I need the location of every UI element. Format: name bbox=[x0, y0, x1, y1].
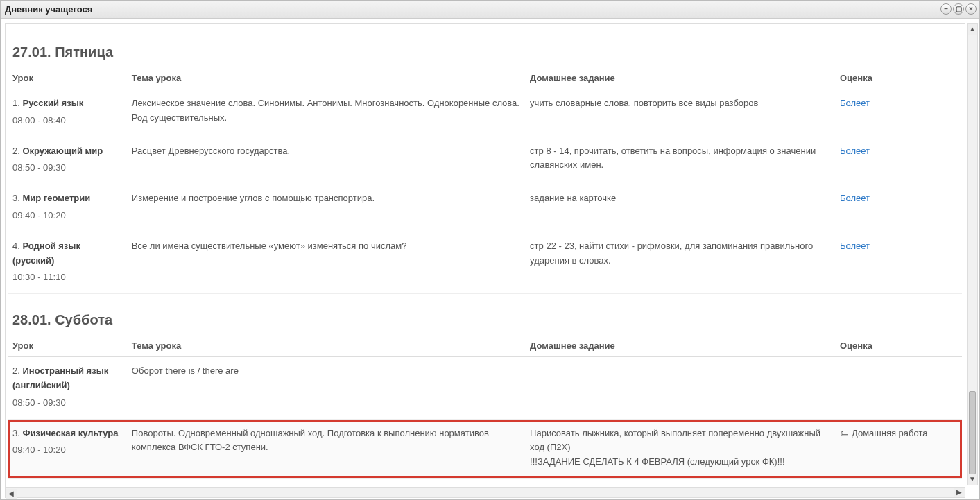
table-row: 3. Физическая культура09:40 - 10:20Повор… bbox=[8, 419, 962, 478]
homework-cell: Нарисовать лыжника, который выполняет по… bbox=[526, 419, 836, 478]
table-header-row: УрокТема урокаДомашнее заданиеОценка bbox=[8, 67, 962, 89]
lesson-name: Иностранный язык (английский) bbox=[12, 365, 108, 390]
lesson-time: 08:50 - 09:30 bbox=[12, 396, 123, 411]
topic-cell: Все ли имена существительные «умеют» изм… bbox=[128, 232, 526, 293]
diary-table: УрокТема урокаДомашнее заданиеОценка2. И… bbox=[8, 335, 962, 495]
col-header-lesson: Урок bbox=[8, 67, 128, 89]
lesson-number: 2. bbox=[12, 365, 22, 376]
grade-cell: 🏷Домашняя работа bbox=[836, 419, 962, 478]
lesson-cell: 2. Иностранный язык (английский)08:50 - … bbox=[8, 357, 128, 419]
lesson-name: Физическая культура bbox=[22, 428, 118, 438]
scroll-area[interactable]: 27.01. ПятницаУрокТема урокаДомашнее зад… bbox=[5, 23, 965, 495]
col-header-homework: Домашнее задание bbox=[526, 335, 836, 357]
lesson-time: 08:00 - 08:40 bbox=[12, 114, 123, 128]
window-titlebar: Дневник учащегося – ▢ × bbox=[1, 1, 979, 19]
tag-icon: 🏷 bbox=[840, 426, 849, 441]
topic-cell: Лексическое значение слова. Синонимы. Ан… bbox=[128, 89, 526, 137]
grade-link[interactable]: Болеет bbox=[840, 193, 870, 203]
vertical-scrollbar[interactable]: ▲ ▼ bbox=[967, 23, 978, 485]
table-header-row: УрокТема урокаДомашнее заданиеОценка bbox=[8, 335, 962, 357]
horizontal-scrollbar[interactable]: ◀ ▶ bbox=[5, 487, 965, 498]
homework-cell bbox=[526, 357, 836, 419]
grade-link[interactable]: Болеет bbox=[840, 241, 870, 251]
homework-cell: стр 8 - 14, прочитать, ответить на вопро… bbox=[526, 137, 836, 184]
lesson-cell: 2. Окружающий мир08:50 - 09:30 bbox=[8, 137, 128, 184]
vertical-scroll-thumb[interactable] bbox=[969, 391, 976, 474]
diary-window: Дневник учащегося – ▢ × 27.01. ПятницаУр… bbox=[0, 0, 980, 500]
lesson-name: Окружающий мир bbox=[22, 146, 103, 156]
scroll-up-icon[interactable]: ▲ bbox=[968, 24, 977, 35]
lesson-name: Русский язык bbox=[22, 98, 83, 108]
table-row: 1. Русский язык08:00 - 08:40Лексическое … bbox=[8, 89, 962, 137]
grade-cell: Болеет bbox=[836, 89, 962, 137]
table-row: 4. Родной язык (русский)10:30 - 11:10Все… bbox=[8, 232, 962, 293]
lesson-cell: 1. Русский язык08:00 - 08:40 bbox=[8, 89, 128, 137]
lesson-number: 2. bbox=[12, 146, 22, 156]
col-header-topic: Тема урока bbox=[128, 335, 526, 357]
grade-link[interactable]: Болеет bbox=[840, 146, 870, 156]
day-header: 27.01. Пятница bbox=[8, 26, 962, 67]
lesson-time: 10:30 - 11:10 bbox=[12, 270, 123, 285]
topic-cell: Повороты. Одновременный одношажный ход. … bbox=[128, 419, 526, 478]
lesson-number: 3. bbox=[12, 193, 22, 203]
table-row: 2. Окружающий мир08:50 - 09:30Расцвет Др… bbox=[8, 137, 962, 184]
table-row: 2. Иностранный язык (английский)08:50 - … bbox=[8, 357, 962, 419]
diary-content: 27.01. ПятницаУрокТема урокаДомашнее зад… bbox=[6, 24, 965, 495]
topic-cell: Расцвет Древнерусского государства. bbox=[128, 137, 526, 184]
scroll-left-icon[interactable]: ◀ bbox=[6, 489, 17, 499]
grade-cell bbox=[836, 357, 962, 419]
topic-cell: Измерение и построение углов с помощью т… bbox=[128, 184, 526, 232]
scroll-down-icon[interactable]: ▼ bbox=[968, 474, 977, 485]
lesson-cell: 4. Родной язык (русский)10:30 - 11:10 bbox=[8, 232, 128, 293]
scroll-right-icon[interactable]: ▶ bbox=[954, 488, 965, 497]
col-header-lesson: Урок bbox=[8, 335, 128, 357]
col-header-topic: Тема урока bbox=[128, 67, 526, 89]
topic-cell: Оборот there is / there are bbox=[128, 357, 526, 419]
window-body: 27.01. ПятницаУрокТема урокаДомашнее зад… bbox=[1, 19, 979, 499]
lesson-name: Мир геометрии bbox=[22, 193, 90, 203]
window-title: Дневник учащегося bbox=[5, 4, 92, 15]
grade-cell: Болеет bbox=[836, 232, 962, 293]
grade-cell: Болеет bbox=[836, 184, 962, 232]
maximize-button[interactable]: ▢ bbox=[953, 3, 964, 15]
close-button[interactable]: × bbox=[965, 3, 977, 15]
lesson-number: 3. bbox=[12, 428, 22, 438]
lesson-number: 1. bbox=[12, 98, 22, 108]
col-header-grade: Оценка bbox=[836, 335, 962, 357]
homework-cell: учить словарные слова, повторить все вид… bbox=[526, 89, 836, 137]
lesson-time: 08:50 - 09:30 bbox=[12, 161, 123, 175]
window-controls: – ▢ × bbox=[940, 3, 977, 15]
homework-cell: стр 22 - 23, найти стихи - рифмовки, для… bbox=[526, 232, 836, 293]
diary-table: УрокТема урокаДомашнее заданиеОценка1. Р… bbox=[8, 67, 962, 294]
minimize-button[interactable]: – bbox=[940, 3, 952, 15]
lesson-time: 09:40 - 10:20 bbox=[12, 209, 123, 223]
grade-link[interactable]: Болеет bbox=[840, 98, 870, 108]
day-header: 28.01. Суббота bbox=[8, 294, 962, 335]
lesson-cell: 3. Физическая культура09:40 - 10:20 bbox=[8, 419, 128, 478]
col-header-homework: Домашнее задание bbox=[526, 67, 836, 89]
lesson-cell: 3. Мир геометрии09:40 - 10:20 bbox=[8, 184, 128, 232]
grade-tag: 🏷Домашняя работа bbox=[840, 428, 928, 438]
lesson-name: Родной язык (русский) bbox=[12, 241, 80, 266]
lesson-time: 09:40 - 10:20 bbox=[12, 443, 123, 458]
table-row: 3. Мир геометрии09:40 - 10:20Измерение и… bbox=[8, 184, 962, 232]
homework-cell: задание на карточке bbox=[526, 184, 836, 232]
col-header-grade: Оценка bbox=[836, 67, 962, 89]
lesson-number: 4. bbox=[12, 241, 22, 251]
grade-cell: Болеет bbox=[836, 137, 962, 184]
